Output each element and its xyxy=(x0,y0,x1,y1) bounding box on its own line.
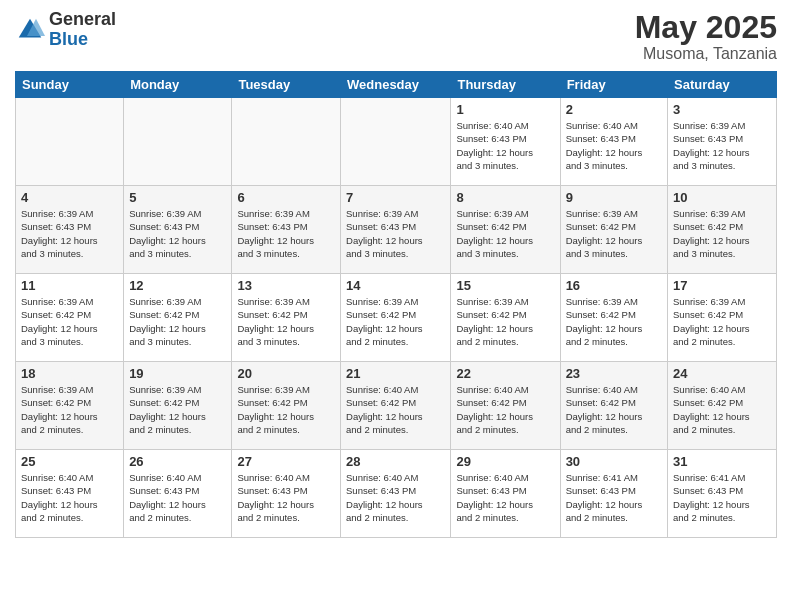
calendar-cell: 24Sunrise: 6:40 AM Sunset: 6:42 PM Dayli… xyxy=(668,362,777,450)
day-number: 20 xyxy=(237,366,335,381)
logo: General Blue xyxy=(15,10,116,50)
calendar-week-0: 1Sunrise: 6:40 AM Sunset: 6:43 PM Daylig… xyxy=(16,98,777,186)
calendar-cell: 26Sunrise: 6:40 AM Sunset: 6:43 PM Dayli… xyxy=(124,450,232,538)
day-info: Sunrise: 6:40 AM Sunset: 6:42 PM Dayligh… xyxy=(566,383,662,436)
day-number: 5 xyxy=(129,190,226,205)
col-tuesday: Tuesday xyxy=(232,72,341,98)
col-monday: Monday xyxy=(124,72,232,98)
day-number: 1 xyxy=(456,102,554,117)
calendar-cell: 18Sunrise: 6:39 AM Sunset: 6:42 PM Dayli… xyxy=(16,362,124,450)
header: General Blue May 2025 Musoma, Tanzania xyxy=(15,10,777,63)
day-number: 25 xyxy=(21,454,118,469)
logo-text: General Blue xyxy=(49,10,116,50)
day-number: 26 xyxy=(129,454,226,469)
day-number: 17 xyxy=(673,278,771,293)
col-thursday: Thursday xyxy=(451,72,560,98)
col-sunday: Sunday xyxy=(16,72,124,98)
month-title: May 2025 xyxy=(635,10,777,45)
calendar-header-row: Sunday Monday Tuesday Wednesday Thursday… xyxy=(16,72,777,98)
day-number: 14 xyxy=(346,278,445,293)
calendar-cell: 27Sunrise: 6:40 AM Sunset: 6:43 PM Dayli… xyxy=(232,450,341,538)
day-info: Sunrise: 6:39 AM Sunset: 6:42 PM Dayligh… xyxy=(129,383,226,436)
calendar-cell: 23Sunrise: 6:40 AM Sunset: 6:42 PM Dayli… xyxy=(560,362,667,450)
day-info: Sunrise: 6:39 AM Sunset: 6:42 PM Dayligh… xyxy=(566,295,662,348)
day-number: 7 xyxy=(346,190,445,205)
day-info: Sunrise: 6:40 AM Sunset: 6:42 PM Dayligh… xyxy=(456,383,554,436)
calendar: Sunday Monday Tuesday Wednesday Thursday… xyxy=(15,71,777,538)
calendar-cell xyxy=(124,98,232,186)
calendar-cell: 25Sunrise: 6:40 AM Sunset: 6:43 PM Dayli… xyxy=(16,450,124,538)
calendar-week-4: 25Sunrise: 6:40 AM Sunset: 6:43 PM Dayli… xyxy=(16,450,777,538)
day-number: 27 xyxy=(237,454,335,469)
day-info: Sunrise: 6:39 AM Sunset: 6:42 PM Dayligh… xyxy=(456,295,554,348)
calendar-week-1: 4Sunrise: 6:39 AM Sunset: 6:43 PM Daylig… xyxy=(16,186,777,274)
day-info: Sunrise: 6:41 AM Sunset: 6:43 PM Dayligh… xyxy=(566,471,662,524)
day-info: Sunrise: 6:39 AM Sunset: 6:43 PM Dayligh… xyxy=(346,207,445,260)
calendar-cell: 8Sunrise: 6:39 AM Sunset: 6:42 PM Daylig… xyxy=(451,186,560,274)
day-number: 13 xyxy=(237,278,335,293)
calendar-cell: 16Sunrise: 6:39 AM Sunset: 6:42 PM Dayli… xyxy=(560,274,667,362)
day-number: 12 xyxy=(129,278,226,293)
day-number: 4 xyxy=(21,190,118,205)
col-wednesday: Wednesday xyxy=(341,72,451,98)
page-container: General Blue May 2025 Musoma, Tanzania S… xyxy=(0,0,792,612)
day-info: Sunrise: 6:39 AM Sunset: 6:42 PM Dayligh… xyxy=(566,207,662,260)
calendar-cell: 22Sunrise: 6:40 AM Sunset: 6:42 PM Dayli… xyxy=(451,362,560,450)
day-info: Sunrise: 6:39 AM Sunset: 6:42 PM Dayligh… xyxy=(346,295,445,348)
logo-general: General xyxy=(49,10,116,30)
calendar-cell: 29Sunrise: 6:40 AM Sunset: 6:43 PM Dayli… xyxy=(451,450,560,538)
day-info: Sunrise: 6:40 AM Sunset: 6:43 PM Dayligh… xyxy=(346,471,445,524)
col-friday: Friday xyxy=(560,72,667,98)
day-info: Sunrise: 6:40 AM Sunset: 6:43 PM Dayligh… xyxy=(129,471,226,524)
calendar-cell: 10Sunrise: 6:39 AM Sunset: 6:42 PM Dayli… xyxy=(668,186,777,274)
calendar-cell: 9Sunrise: 6:39 AM Sunset: 6:42 PM Daylig… xyxy=(560,186,667,274)
day-info: Sunrise: 6:39 AM Sunset: 6:42 PM Dayligh… xyxy=(129,295,226,348)
calendar-cell: 5Sunrise: 6:39 AM Sunset: 6:43 PM Daylig… xyxy=(124,186,232,274)
day-info: Sunrise: 6:40 AM Sunset: 6:43 PM Dayligh… xyxy=(21,471,118,524)
calendar-cell: 20Sunrise: 6:39 AM Sunset: 6:42 PM Dayli… xyxy=(232,362,341,450)
day-info: Sunrise: 6:39 AM Sunset: 6:42 PM Dayligh… xyxy=(237,383,335,436)
day-info: Sunrise: 6:40 AM Sunset: 6:42 PM Dayligh… xyxy=(673,383,771,436)
title-area: May 2025 Musoma, Tanzania xyxy=(635,10,777,63)
day-number: 10 xyxy=(673,190,771,205)
day-info: Sunrise: 6:40 AM Sunset: 6:42 PM Dayligh… xyxy=(346,383,445,436)
day-number: 3 xyxy=(673,102,771,117)
calendar-cell xyxy=(341,98,451,186)
location: Musoma, Tanzania xyxy=(635,45,777,63)
day-info: Sunrise: 6:39 AM Sunset: 6:42 PM Dayligh… xyxy=(456,207,554,260)
day-number: 29 xyxy=(456,454,554,469)
day-number: 21 xyxy=(346,366,445,381)
calendar-cell: 11Sunrise: 6:39 AM Sunset: 6:42 PM Dayli… xyxy=(16,274,124,362)
day-number: 30 xyxy=(566,454,662,469)
calendar-cell: 7Sunrise: 6:39 AM Sunset: 6:43 PM Daylig… xyxy=(341,186,451,274)
calendar-cell: 15Sunrise: 6:39 AM Sunset: 6:42 PM Dayli… xyxy=(451,274,560,362)
day-info: Sunrise: 6:41 AM Sunset: 6:43 PM Dayligh… xyxy=(673,471,771,524)
day-number: 2 xyxy=(566,102,662,117)
day-info: Sunrise: 6:40 AM Sunset: 6:43 PM Dayligh… xyxy=(237,471,335,524)
day-info: Sunrise: 6:39 AM Sunset: 6:42 PM Dayligh… xyxy=(21,295,118,348)
calendar-cell: 28Sunrise: 6:40 AM Sunset: 6:43 PM Dayli… xyxy=(341,450,451,538)
calendar-cell: 13Sunrise: 6:39 AM Sunset: 6:42 PM Dayli… xyxy=(232,274,341,362)
calendar-cell xyxy=(16,98,124,186)
day-number: 23 xyxy=(566,366,662,381)
day-info: Sunrise: 6:39 AM Sunset: 6:42 PM Dayligh… xyxy=(237,295,335,348)
day-info: Sunrise: 6:40 AM Sunset: 6:43 PM Dayligh… xyxy=(566,119,662,172)
calendar-cell: 1Sunrise: 6:40 AM Sunset: 6:43 PM Daylig… xyxy=(451,98,560,186)
day-info: Sunrise: 6:40 AM Sunset: 6:43 PM Dayligh… xyxy=(456,471,554,524)
day-info: Sunrise: 6:39 AM Sunset: 6:43 PM Dayligh… xyxy=(21,207,118,260)
col-saturday: Saturday xyxy=(668,72,777,98)
day-info: Sunrise: 6:39 AM Sunset: 6:43 PM Dayligh… xyxy=(673,119,771,172)
day-number: 16 xyxy=(566,278,662,293)
calendar-cell: 31Sunrise: 6:41 AM Sunset: 6:43 PM Dayli… xyxy=(668,450,777,538)
day-number: 24 xyxy=(673,366,771,381)
day-number: 19 xyxy=(129,366,226,381)
calendar-cell: 19Sunrise: 6:39 AM Sunset: 6:42 PM Dayli… xyxy=(124,362,232,450)
day-info: Sunrise: 6:39 AM Sunset: 6:42 PM Dayligh… xyxy=(673,295,771,348)
calendar-cell: 21Sunrise: 6:40 AM Sunset: 6:42 PM Dayli… xyxy=(341,362,451,450)
calendar-cell: 3Sunrise: 6:39 AM Sunset: 6:43 PM Daylig… xyxy=(668,98,777,186)
day-info: Sunrise: 6:39 AM Sunset: 6:42 PM Dayligh… xyxy=(673,207,771,260)
day-number: 22 xyxy=(456,366,554,381)
calendar-cell: 4Sunrise: 6:39 AM Sunset: 6:43 PM Daylig… xyxy=(16,186,124,274)
logo-icon xyxy=(15,15,45,45)
calendar-cell: 2Sunrise: 6:40 AM Sunset: 6:43 PM Daylig… xyxy=(560,98,667,186)
